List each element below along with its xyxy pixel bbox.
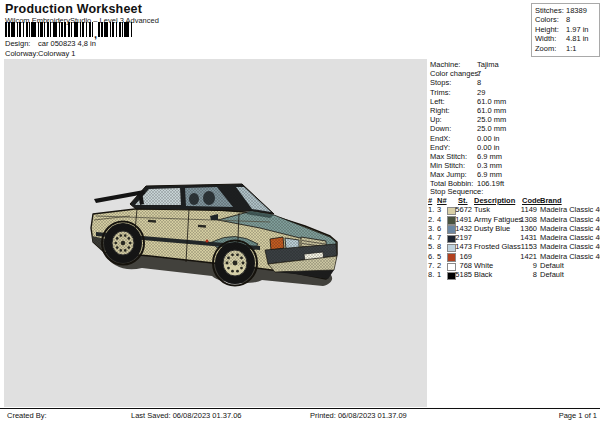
stop-row: 7.2 768White 9Default <box>428 261 598 270</box>
machine-row: Trims:29 <box>430 88 550 97</box>
stop-row: 1.3 5672Tusk 1149Madeira Classic 40 <box>428 205 598 214</box>
footer-created-by: Created By: <box>7 411 47 420</box>
stop-row: 6.5 169 1421Madeira Classic 40 <box>428 252 598 261</box>
footer-last-saved: Last Saved: 06/08/2023 01.37.06 <box>131 411 242 420</box>
stop-sequence-header: # N# St. Description Code Brand <box>428 196 598 205</box>
machine-info-panel: Machine:Tajima Color changes:7 Stops:8 T… <box>430 60 550 189</box>
footer-divider <box>0 408 600 409</box>
machine-row: Up:25.0 mm <box>430 115 550 124</box>
stop-sequence-table: # N# St. Description Code Brand 1.3 5672… <box>428 196 598 280</box>
design-barcode: , <box>5 22 132 37</box>
stop-row: 3.6 1432Dusty Blue 1360Madeira Classic 4… <box>428 224 598 233</box>
colorway-value: Colorway 1 <box>38 49 76 58</box>
colorway-row: Colorway:Colorway 1 <box>5 49 76 58</box>
machine-row: Min Stitch:0.3 mm <box>430 161 550 170</box>
design-summary-box: Stitches:18389 Colors:8 Height:1.97 in W… <box>531 3 600 57</box>
stop-row: 2.4 1491Army Fatigues 1308Madeira Classi… <box>428 215 598 224</box>
summary-row-width: Width:4.81 in <box>535 34 599 43</box>
page-title: Production Worksheet <box>5 2 142 16</box>
design-row: Design:car 050823 4,8 in <box>5 39 96 48</box>
footer-printed: Printed: 06/08/2023 01.37.09 <box>310 411 407 420</box>
stop-row: 5.8 1473Frosted Glass 1153Madeira Classi… <box>428 242 598 251</box>
production-worksheet-page: Production Worksheet Wilcom EmbroiderySt… <box>0 0 600 424</box>
stop-row: 8.1 5185Black 8Default <box>428 270 598 279</box>
car-embroidery-design <box>90 180 340 295</box>
machine-row: Down:25.0 mm <box>430 124 550 133</box>
machine-row: Max Jump:6.9 mm <box>430 170 550 179</box>
machine-row: Machine:Tajima <box>430 60 550 69</box>
colorway-label: Colorway: <box>5 49 38 58</box>
machine-row: Left:61.0 mm <box>430 97 550 106</box>
machine-row: Stops:8 <box>430 78 550 87</box>
design-preview-area <box>4 59 427 407</box>
barcode-bars-left <box>5 22 93 37</box>
barcode-bars-right <box>98 22 132 37</box>
machine-row: Max Stitch:6.9 mm <box>430 152 550 161</box>
machine-row: EndY:0.00 in <box>430 143 550 152</box>
stop-sequence-title: Stop Sequence: <box>430 187 483 196</box>
summary-row-colors: Colors:8 <box>535 15 599 24</box>
machine-row: Color changes:7 <box>430 69 550 78</box>
summary-row-stitches: Stitches:18389 <box>535 6 599 15</box>
design-label: Design: <box>5 39 38 48</box>
summary-row-height: Height:1.97 in <box>535 25 599 34</box>
stop-row: 4.7 2197 1431Madeira Classic 40 <box>428 233 598 242</box>
footer-page-number: Page 1 of 1 <box>559 411 597 420</box>
machine-row: Right:61.0 mm <box>430 106 550 115</box>
summary-row-zoom: Zoom:1:1 <box>535 44 599 53</box>
machine-row: EndX:0.00 in <box>430 134 550 143</box>
design-value: car 050823 4,8 in <box>38 39 96 48</box>
